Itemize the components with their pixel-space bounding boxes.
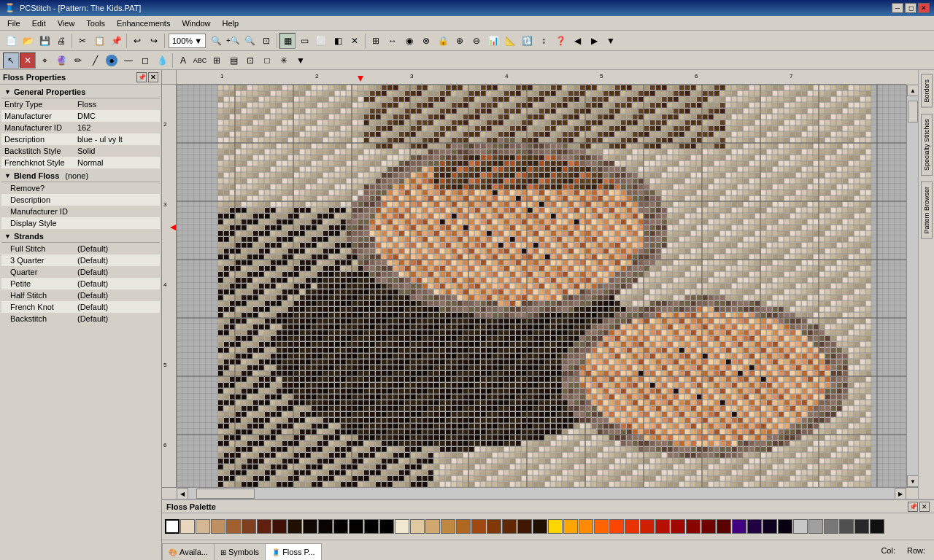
erase-tool[interactable]: ◻ — [137, 52, 153, 69]
more-button[interactable]: ▼ — [603, 33, 619, 49]
line-tool[interactable]: ╱ — [87, 52, 103, 69]
swatch-23[interactable] — [517, 519, 532, 534]
new-button[interactable]: 📄 — [3, 33, 19, 49]
swatch-0[interactable] — [165, 519, 180, 534]
stitch-canvas[interactable] — [177, 85, 906, 487]
swatch-38[interactable] — [747, 519, 762, 534]
canvas-viewport[interactable] — [177, 85, 906, 487]
palette-close[interactable]: ✕ — [919, 502, 930, 512]
swatch-19[interactable] — [456, 519, 471, 534]
text-tool[interactable]: A — [175, 52, 191, 69]
print-button[interactable]: 🖨 — [53, 33, 69, 49]
pencil-tool[interactable]: ✏ — [70, 52, 86, 69]
select-rect-button[interactable]: ▭ — [296, 33, 312, 49]
swatch-35[interactable] — [701, 519, 716, 534]
specialty-tool[interactable]: ✳ — [276, 52, 292, 69]
swatch-45[interactable] — [854, 519, 869, 534]
horizontal-scrollbar[interactable]: ◀ ▶ — [162, 487, 918, 499]
tool13[interactable]: ◀ — [569, 33, 585, 49]
swatch-46[interactable] — [870, 519, 884, 534]
undo-button[interactable]: ↩ — [129, 33, 145, 49]
select-mode-button[interactable]: ◧ — [330, 33, 346, 49]
pattern-browser-tab[interactable]: Pattern Browser — [921, 182, 933, 239]
scroll-thumb-h[interactable] — [196, 489, 255, 499]
pattern-tool[interactable]: ⊡ — [242, 52, 258, 69]
swatch-11[interactable] — [333, 519, 348, 534]
swatch-14[interactable] — [379, 519, 394, 534]
restore-button[interactable]: ◻ — [905, 3, 916, 13]
swatch-3[interactable] — [211, 519, 225, 534]
zoom-select-button[interactable]: 🔍 — [242, 33, 258, 49]
tool10[interactable]: 🔃 — [519, 33, 535, 49]
swatch-29[interactable] — [609, 519, 624, 534]
swatch-43[interactable] — [824, 519, 838, 534]
swatch-21[interactable] — [487, 519, 501, 534]
scroll-thumb-v[interactable] — [908, 101, 918, 122]
scroll-up-button[interactable]: ▲ — [907, 85, 918, 96]
swatch-2[interactable] — [196, 519, 210, 534]
deselect-button[interactable]: ✕ — [347, 33, 363, 49]
tool12[interactable]: ❓ — [552, 33, 568, 49]
swatch-15[interactable] — [395, 519, 409, 534]
swatch-36[interactable] — [717, 519, 731, 534]
tool14[interactable]: ▶ — [586, 33, 602, 49]
swatch-39[interactable] — [763, 519, 777, 534]
tool7[interactable]: ⊖ — [468, 33, 485, 49]
menu-view[interactable]: View — [52, 18, 81, 29]
swatch-9[interactable] — [303, 519, 317, 534]
swatch-34[interactable] — [686, 519, 700, 534]
scroll-left-button[interactable]: ◀ — [177, 488, 188, 499]
swatch-22[interactable] — [502, 519, 517, 534]
save-button[interactable]: 💾 — [36, 33, 53, 49]
tool5[interactable]: 🔒 — [435, 33, 451, 49]
swatch-13[interactable] — [364, 519, 379, 534]
swatch-1[interactable] — [180, 519, 195, 534]
tool1[interactable]: ⊞ — [368, 33, 384, 49]
tool8[interactable]: 📊 — [485, 33, 501, 49]
menu-file[interactable]: File — [1, 18, 26, 29]
tool9[interactable]: 📐 — [502, 33, 518, 49]
swatch-8[interactable] — [287, 519, 302, 534]
tool11[interactable]: ↕ — [536, 33, 552, 49]
tool3[interactable]: ◉ — [401, 33, 417, 49]
tab-symbols[interactable]: ⊞ Symbols — [214, 543, 265, 561]
tab-floss-p[interactable]: 🧵 Floss P... — [265, 543, 321, 561]
wand-tool[interactable]: 🔮 — [53, 52, 69, 69]
swatch-28[interactable] — [594, 519, 609, 534]
swatch-30[interactable] — [625, 519, 639, 534]
floss-panel-pin[interactable]: 📌 — [136, 72, 147, 82]
redo-button[interactable]: ↪ — [146, 33, 162, 49]
swatch-40[interactable] — [778, 519, 792, 534]
shape-tool[interactable]: — — [120, 52, 136, 69]
swatch-44[interactable] — [839, 519, 854, 534]
copy-button[interactable]: 📋 — [91, 33, 107, 49]
scroll-down-button[interactable]: ▼ — [907, 475, 918, 487]
specialty-stitches-tab[interactable]: Specialty Stitches — [921, 114, 933, 176]
dropper-tool[interactable]: 💧 — [154, 52, 170, 69]
menu-window[interactable]: Window — [176, 18, 216, 29]
swatch-33[interactable] — [671, 519, 685, 534]
zoom-in-button[interactable]: +🔍 — [225, 33, 241, 49]
minimize-button[interactable]: ─ — [892, 3, 903, 13]
menu-enhancements[interactable]: Enhancements — [111, 18, 176, 29]
paste-button[interactable]: 📌 — [108, 33, 124, 49]
sym-tool[interactable]: ⊞ — [209, 52, 225, 69]
tool4[interactable]: ⊗ — [418, 33, 434, 49]
fill-tool[interactable]: ▤ — [225, 52, 242, 69]
swatch-24[interactable] — [533, 519, 547, 534]
swatch-25[interactable] — [548, 519, 563, 534]
tab-available[interactable]: 🎨 Availa... — [162, 543, 214, 561]
tool6[interactable]: ⊕ — [452, 33, 468, 49]
borders-tab[interactable]: Borders — [921, 74, 933, 108]
swatch-26[interactable] — [563, 519, 578, 534]
pointer-tool[interactable]: ↖ — [3, 52, 19, 69]
tool2[interactable]: ↔ — [385, 33, 401, 49]
lasso-tool[interactable]: ⌖ — [36, 52, 53, 69]
swatch-42[interactable] — [808, 519, 823, 534]
swatch-32[interactable] — [655, 519, 670, 534]
open-button[interactable]: 📂 — [20, 33, 36, 49]
general-properties-header[interactable]: ▼ General Properties — [1, 86, 160, 98]
swatch-27[interactable] — [579, 519, 593, 534]
swatch-5[interactable] — [242, 519, 256, 534]
scroll-right-button[interactable]: ▶ — [895, 488, 906, 499]
